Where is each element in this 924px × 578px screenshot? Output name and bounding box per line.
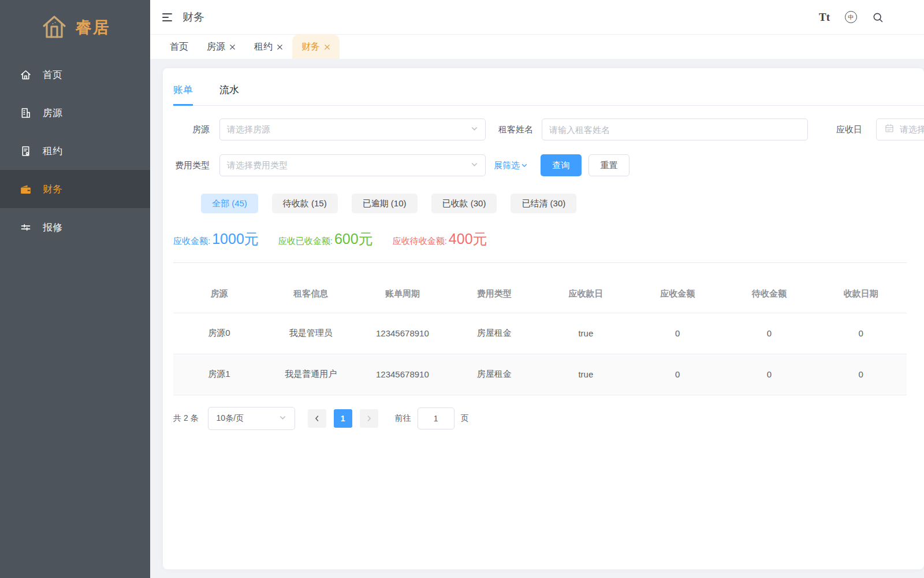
chip-all[interactable]: 全部 (45): [201, 194, 258, 213]
sidebar: 睿居 首页 房源 租: [0, 0, 150, 578]
tab-leases[interactable]: 租约: [245, 35, 292, 59]
col-unreceived: 待收金额: [724, 276, 815, 313]
close-icon[interactable]: [229, 44, 236, 50]
panel-tabs: 账单 流水: [173, 83, 924, 106]
table-row[interactable]: 房源1 我是普通用户 12345678910 房屋租金 true 0 0 0: [173, 354, 907, 395]
sidebar-item-label: 报修: [43, 221, 62, 234]
goto-page: 前往 页: [395, 407, 469, 429]
language-icon[interactable]: 中: [845, 11, 857, 23]
expand-filters-link[interactable]: 展筛选: [494, 160, 533, 171]
house-logo-icon: [40, 14, 68, 42]
app-logo[interactable]: 睿居: [0, 0, 150, 55]
page-size-select[interactable]: 10条/页: [208, 407, 295, 430]
chevron-down-icon: [521, 161, 528, 171]
chip-received[interactable]: 已收款 (30): [431, 194, 497, 213]
divider: [173, 262, 907, 263]
due-date-label: 应收日: [828, 124, 862, 135]
sidebar-menu: 首页 房源 租约: [0, 55, 150, 246]
chip-overdue[interactable]: 已逾期 (10): [352, 194, 418, 213]
col-receipt-date: 收款日期: [815, 276, 907, 313]
fee-type-label: 费用类型: [165, 160, 210, 171]
top-bar: 财务 Tt 中: [150, 0, 924, 35]
page-unit-label: 页: [461, 413, 469, 424]
bills-table: 房源 租客信息 账单周期 费用类型 应收款日 应收金额 待收金额 收款日期 房源…: [173, 276, 907, 395]
receivable-amount: 应收金额: 1000元: [173, 229, 259, 249]
sidebar-item-label: 首页: [43, 68, 62, 81]
page-number-1[interactable]: 1: [334, 409, 352, 428]
top-actions: Tt 中: [819, 11, 912, 24]
calendar-icon: [885, 124, 894, 135]
chevron-down-icon: [471, 160, 478, 171]
wallet-icon: [19, 183, 32, 195]
prev-page-button[interactable]: [308, 409, 326, 428]
sidebar-item-finance[interactable]: 财务: [0, 170, 150, 208]
building-icon: [19, 106, 32, 119]
goto-label: 前往: [395, 413, 411, 424]
tab-home[interactable]: 首页: [161, 35, 198, 59]
sidebar-item-home[interactable]: 首页: [0, 55, 150, 94]
sidebar-item-label: 租约: [43, 144, 62, 158]
filter-form: 房源 请选择房源 租客姓名 应收日: [173, 118, 924, 176]
sliders-icon: [19, 221, 32, 234]
app-title: 睿居: [76, 17, 110, 39]
query-button[interactable]: 查询: [541, 154, 582, 176]
fee-type-select[interactable]: 请选择费用类型: [219, 154, 486, 176]
next-page-button[interactable]: [360, 409, 378, 428]
collapse-sidebar-icon[interactable]: [162, 12, 174, 23]
tenant-label: 租客姓名: [494, 124, 533, 135]
pagination: 共 2 条 10条/页 1 前往 页: [173, 407, 924, 430]
tenant-name-input-box: [542, 118, 808, 140]
filter-row-1: 房源 请选择房源 租客姓名 应收日: [173, 118, 924, 140]
chip-pending[interactable]: 待收款 (15): [272, 194, 338, 213]
tab-flow[interactable]: 流水: [219, 83, 239, 105]
sidebar-item-repairs[interactable]: 报修: [0, 208, 150, 246]
chip-settled[interactable]: 已结清 (30): [511, 194, 576, 213]
reset-button[interactable]: 重置: [588, 154, 629, 176]
col-receivable: 应收金额: [632, 276, 724, 313]
received-amount: 应收已收金额: 600元: [278, 229, 373, 249]
property-label: 房源: [173, 124, 210, 135]
tab-properties[interactable]: 房源: [198, 35, 245, 59]
main-area: 财务 Tt 中 首页 房源 租约: [150, 0, 924, 578]
due-date-picker[interactable]: 请选择: [876, 118, 924, 140]
status-filter-chips: 全部 (45) 待收款 (15) 已逾期 (10) 已收款 (30) 已结清 (…: [201, 194, 924, 213]
close-icon[interactable]: [277, 44, 283, 50]
col-tenant: 租客信息: [265, 276, 357, 313]
chevron-down-icon: [279, 414, 286, 423]
total-count: 共 2 条: [173, 413, 199, 424]
lease-icon: [19, 144, 32, 157]
finance-card: 账单 流水 房源 请选择房源 租客姓名 应: [163, 68, 924, 569]
search-icon[interactable]: [872, 12, 884, 23]
sidebar-item-leases[interactable]: 租约: [0, 132, 150, 170]
amount-summary: 应收金额: 1000元 应收已收金额: 600元 应收待收金额: 400元: [173, 229, 924, 249]
col-bill-period: 账单周期: [357, 276, 449, 313]
content-area: 账单 流水 房源 请选择房源 租客姓名 应: [150, 59, 924, 578]
sidebar-item-label: 财务: [43, 183, 62, 196]
page-title: 财务: [182, 10, 204, 25]
col-due-date: 应收款日: [540, 276, 632, 313]
col-property: 房源: [173, 276, 265, 313]
tab-bills[interactable]: 账单: [173, 83, 193, 105]
goto-page-input[interactable]: [418, 407, 454, 429]
sidebar-item-label: 房源: [43, 106, 62, 120]
font-size-icon[interactable]: Tt: [819, 11, 830, 24]
tab-finance[interactable]: 财务: [292, 35, 340, 59]
chevron-down-icon: [471, 124, 478, 135]
property-select[interactable]: 请选择房源: [219, 118, 486, 140]
home-icon: [19, 68, 32, 81]
close-icon[interactable]: [324, 44, 330, 50]
table-header-row: 房源 租客信息 账单周期 费用类型 应收款日 应收金额 待收金额 收款日期: [173, 276, 907, 313]
col-fee-type: 费用类型: [448, 276, 540, 313]
unreceived-amount: 应收待收金额: 400元: [393, 229, 487, 249]
sidebar-item-properties[interactable]: 房源: [0, 94, 150, 132]
tenant-name-input[interactable]: [549, 125, 800, 135]
filter-row-2: 费用类型 请选择费用类型 展筛选 查询 重置: [173, 154, 924, 176]
table-row[interactable]: 房源0 我是管理员 12345678910 房屋租金 true 0 0 0: [173, 313, 907, 354]
opened-tabs-bar: 首页 房源 租约 财务: [150, 35, 924, 59]
